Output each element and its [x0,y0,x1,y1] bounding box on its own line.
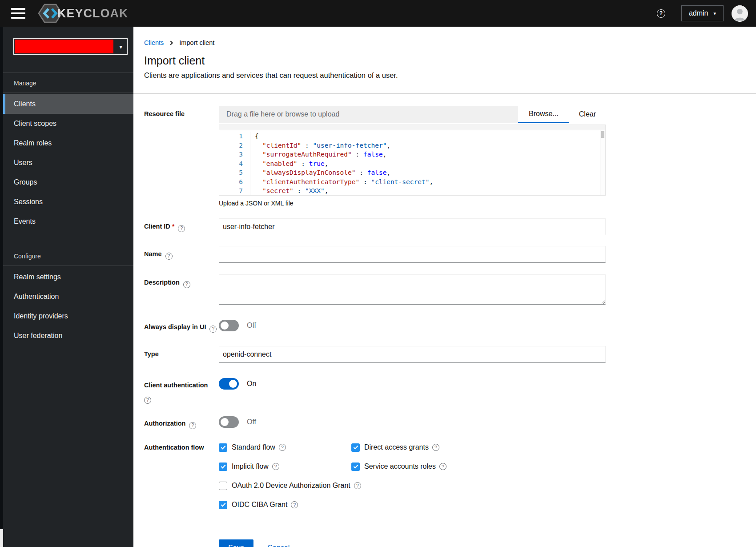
nav-section-manage: Manage [0,73,133,93]
client-id-input[interactable] [219,218,606,235]
sidebar-item-realm-roles[interactable]: Realm roles [0,133,133,153]
client-authentication-label: Client authentication ? [144,377,219,404]
question-circle-icon[interactable]: ? [183,281,190,288]
code-line: 4 "enabled" : true, [219,159,605,169]
username: admin [689,9,708,17]
sidebar-item-clients[interactable]: Clients [0,94,133,114]
client-authentication-toggle[interactable] [219,378,239,390]
editor-top-band [219,125,605,130]
code-line: 1 { [219,132,605,141]
always-display-toggle[interactable] [219,320,239,331]
toggle-knob [221,418,229,426]
window-edge-bottom [0,529,3,547]
code-line: 3 "surrogateAuthRequired" : false, [219,150,605,159]
required-asterisk: * [172,223,175,230]
question-circle-icon[interactable]: ? [272,463,279,470]
code-editor[interactable]: 1 { 2 "clientId" : "user-info-fetcher", … [219,125,606,196]
page-subtitle: Clients are applications and services th… [144,71,745,80]
toggle-knob [229,380,237,388]
resource-file-label: Resource file [144,106,219,207]
sidebar-item-authentication[interactable]: Authentication [0,287,133,306]
nav-section-configure: Configure [0,231,133,265]
keycloak-logo: KEYCLOAK [38,3,129,24]
checked-checkbox-icon[interactable] [351,443,360,452]
sidebar-item-client-scopes[interactable]: Client scopes [0,114,133,133]
checkbox-implicit-flow[interactable]: Implicit flow ? [219,463,351,471]
brand-text: KEYCLOAK [57,7,129,20]
type-input[interactable] [219,346,606,363]
sidebar-item-sessions[interactable]: Sessions [0,192,133,212]
question-circle-icon[interactable]: ? [209,326,217,333]
checkbox-oauth-device-grant[interactable]: OAuth 2.0 Device Authorization Grant ? [219,482,606,490]
user-menu-dropdown[interactable]: admin ▾ [681,5,724,21]
breadcrumb-link-clients[interactable]: Clients [144,39,164,46]
client-id-label: Client ID*? [144,218,219,235]
authorization-toggle[interactable] [219,416,239,428]
question-circle-icon[interactable]: ? [165,253,173,260]
hamburger-menu-icon[interactable] [11,8,25,19]
help-icon[interactable]: ? [657,9,665,18]
toggle-state-label: Off [247,322,256,330]
code-line: 5 "alwaysDisplayInConsole" : false, [219,168,605,177]
breadcrumb: Clients Import client [144,39,745,46]
checkbox-oidc-ciba-grant[interactable]: OIDC CIBA Grant ? [219,501,606,509]
sidebar-item-identity-providers[interactable]: Identity providers [0,306,133,326]
checked-checkbox-icon[interactable] [219,443,227,452]
name-label: Name? [144,246,219,263]
window-edge [0,27,3,529]
question-circle-icon[interactable]: ? [354,482,361,489]
caret-down-icon: ▾ [119,43,122,50]
sidebar-item-groups[interactable]: Groups [0,173,133,192]
question-circle-icon[interactable]: ? [178,225,185,232]
checked-checkbox-icon[interactable] [219,501,227,509]
top-bar: KEYCLOAK ? admin ▾ [0,0,756,27]
authorization-label: Authorization? [144,415,219,429]
sidebar-nav: ▾ Manage Clients Client scopes Realm rol… [0,27,133,547]
description-textarea[interactable] [219,274,606,305]
question-circle-icon[interactable]: ? [439,463,446,470]
editor-scrollbar-thumb[interactable] [601,131,604,138]
code-line: 6 "clientAuthenticatorType" : "client-se… [219,177,605,187]
toggle-state-label: On [247,380,256,388]
breadcrumb-current: Import client [179,39,214,46]
code-line: 2 "clientId" : "user-info-fetcher", [219,141,605,150]
question-circle-icon[interactable]: ? [279,444,286,451]
question-circle-icon[interactable]: ? [432,444,439,451]
code-line: 7 "secret" : "XXX", [219,186,605,195]
clear-button[interactable]: Clear [569,106,606,123]
sidebar-item-user-federation[interactable]: User federation [0,326,133,346]
import-client-form: Resource file Drag a file here or browse… [133,94,756,547]
toggle-state-label: Off [247,418,256,426]
sidebar-item-users[interactable]: Users [0,153,133,173]
realm-name-redacted [15,40,113,53]
caret-down-icon: ▾ [713,11,716,16]
avatar[interactable] [732,5,748,22]
description-label: Description? [144,274,219,306]
authentication-flow-label: Authentication flow [144,442,219,547]
type-label: Type [144,346,219,363]
main-content: Clients Import client Import client Clie… [133,27,756,547]
file-upload-dropzone[interactable]: Drag a file here or browse to upload [219,106,518,123]
upload-helper-text: Upload a JSON or XML file [219,200,606,207]
question-circle-icon[interactable]: ? [144,397,151,404]
page-title: Import client [144,54,745,67]
editor-scrollbar[interactable] [600,130,605,195]
save-button[interactable]: Save [219,539,253,547]
checkbox-standard-flow[interactable]: Standard flow ? [219,443,351,452]
unchecked-checkbox-icon[interactable] [219,482,227,490]
name-input[interactable] [219,246,606,263]
sidebar-item-events[interactable]: Events [0,212,133,231]
question-circle-icon[interactable]: ? [291,501,298,508]
checkbox-direct-access-grants[interactable]: Direct access grants ? [351,443,606,452]
question-circle-icon[interactable]: ? [189,422,196,429]
always-display-label: Always display in UI? [144,319,219,333]
checked-checkbox-icon[interactable] [219,463,227,471]
checkbox-service-accounts-roles[interactable]: Service accounts roles ? [351,463,606,471]
chevron-right-icon [169,40,174,45]
user-avatar-icon [732,5,748,22]
realm-selector-dropdown[interactable]: ▾ [13,38,128,55]
checked-checkbox-icon[interactable] [351,463,360,471]
sidebar-item-realm-settings[interactable]: Realm settings [0,267,133,287]
cancel-button[interactable]: Cancel [267,544,290,547]
browse-button[interactable]: Browse... [518,106,569,123]
